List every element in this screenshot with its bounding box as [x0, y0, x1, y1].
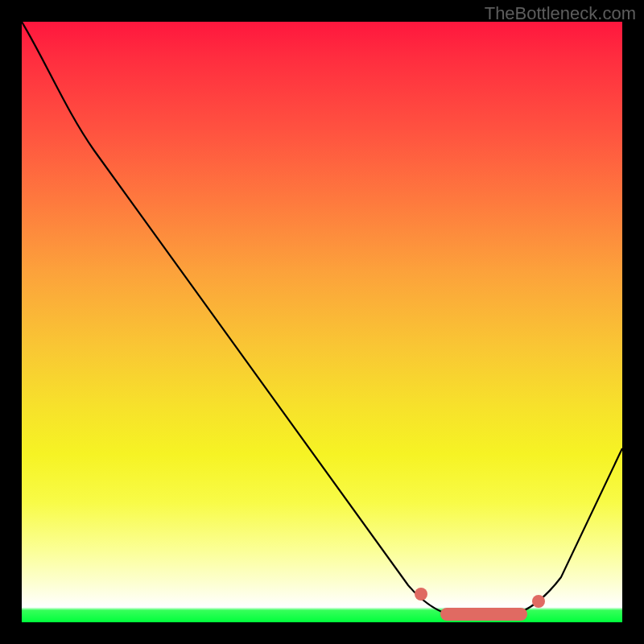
watermark-text: TheBottleneck.com [485, 3, 636, 24]
optimal-range-marker-left [415, 588, 427, 601]
bottleneck-curve [22, 22, 622, 622]
optimal-range-marker-right [532, 595, 545, 608]
optimal-range-band [440, 608, 527, 621]
chart-plot-area [22, 22, 622, 622]
